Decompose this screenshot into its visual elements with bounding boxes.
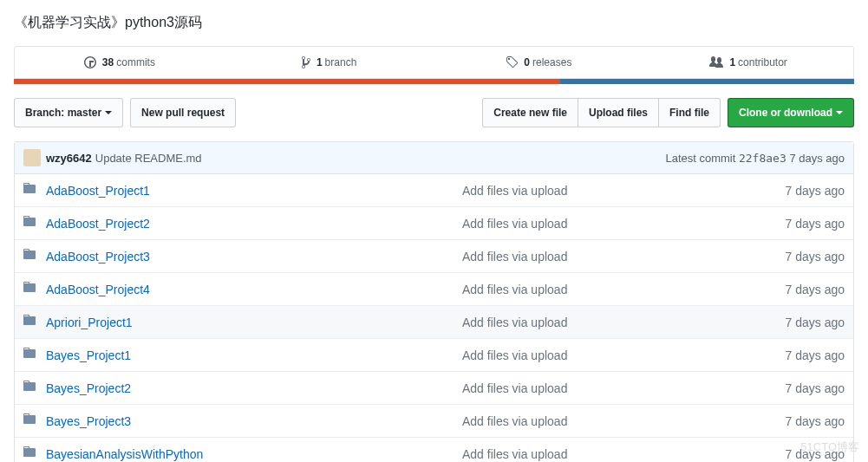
file-actions-group: Create new file Upload files Find file xyxy=(482,98,721,127)
row-message-cell[interactable]: Add files via upload xyxy=(454,405,700,438)
commit-author[interactable]: wzy6642 xyxy=(46,152,92,165)
people-icon xyxy=(709,55,723,69)
folder-link[interactable]: Bayes_Project2 xyxy=(46,381,131,395)
folder-icon xyxy=(23,247,36,261)
row-name-cell: BayesianAnalysisWithPython xyxy=(37,438,454,463)
row-age-cell: 7 days ago xyxy=(700,405,853,438)
folder-link[interactable]: AdaBoost_Project4 xyxy=(46,283,150,296)
folder-link[interactable]: Bayes_Project1 xyxy=(46,348,131,362)
clone-label: Clone or download xyxy=(739,104,832,121)
folder-link[interactable]: Bayes_Project3 xyxy=(46,414,131,428)
row-message-cell[interactable]: Add files via upload xyxy=(454,438,700,463)
commit-sha[interactable]: 22f8ae3 xyxy=(739,152,786,165)
folder-icon xyxy=(23,346,36,360)
commit-meta: Latest commit 22f8ae3 7 days ago xyxy=(665,152,845,165)
row-icon-cell xyxy=(15,306,37,339)
caret-down-icon xyxy=(836,111,843,118)
row-icon-cell xyxy=(15,339,37,372)
row-name-cell: Apriori_Project1 xyxy=(37,306,454,339)
upload-files-button[interactable]: Upload files xyxy=(578,98,659,127)
clone-download-button[interactable]: Clone or download xyxy=(728,98,854,127)
commits-label: commits xyxy=(116,56,155,68)
releases-label: releases xyxy=(532,56,571,68)
branches-label: branch xyxy=(325,56,357,68)
folder-icon xyxy=(23,313,36,327)
row-message-cell[interactable]: Add files via upload xyxy=(454,273,700,306)
row-message-cell[interactable]: Add files via upload xyxy=(454,207,700,240)
branch-name: master xyxy=(68,104,101,121)
branches-count: 1 xyxy=(317,56,323,68)
row-name-cell: AdaBoost_Project2 xyxy=(37,207,454,240)
folder-icon xyxy=(23,445,36,459)
table-row: Apriori_Project1Add files via upload7 da… xyxy=(15,306,853,339)
find-file-button[interactable]: Find file xyxy=(658,98,721,127)
folder-link[interactable]: AdaBoost_Project1 xyxy=(46,184,150,198)
stats-releases[interactable]: 0 releases xyxy=(434,47,644,78)
stats-contributors[interactable]: 1 contributor xyxy=(643,47,853,78)
row-name-cell: Bayes_Project1 xyxy=(37,339,454,372)
table-row: Bayes_Project2Add files via upload7 days… xyxy=(15,372,853,405)
commits-count: 38 xyxy=(102,56,114,68)
caret-down-icon xyxy=(105,111,112,118)
row-message-cell[interactable]: Add files via upload xyxy=(454,306,700,339)
language-segment-2 xyxy=(560,79,854,84)
folder-link[interactable]: BayesianAnalysisWithPython xyxy=(46,447,203,461)
files-table: AdaBoost_Project1Add files via upload7 d… xyxy=(15,174,853,462)
table-row: AdaBoost_Project4Add files via upload7 d… xyxy=(15,273,853,306)
create-new-file-button[interactable]: Create new file xyxy=(482,98,578,127)
row-message-cell[interactable]: Add files via upload xyxy=(454,174,700,207)
latest-commit-label: Latest commit xyxy=(665,152,735,165)
row-icon-cell xyxy=(15,240,37,273)
commit-age: 7 days ago xyxy=(789,152,845,165)
table-row: BayesianAnalysisWithPythonAdd files via … xyxy=(15,438,853,463)
history-icon xyxy=(84,55,96,69)
folder-icon xyxy=(23,412,36,426)
table-row: AdaBoost_Project1Add files via upload7 d… xyxy=(15,174,853,207)
row-age-cell: 7 days ago xyxy=(700,372,853,405)
row-message-cell[interactable]: Add files via upload xyxy=(454,339,700,372)
row-age-cell: 7 days ago xyxy=(700,174,853,207)
stats-branches[interactable]: 1 branch xyxy=(225,47,434,78)
row-icon-cell xyxy=(15,372,37,405)
folder-link[interactable]: AdaBoost_Project2 xyxy=(46,217,150,231)
row-message-cell[interactable]: Add files via upload xyxy=(454,240,700,273)
folder-icon xyxy=(23,379,36,393)
file-listing: wzy6642 Update README.md Latest commit 2… xyxy=(14,141,854,462)
row-name-cell: Bayes_Project2 xyxy=(37,372,454,405)
stats-commits[interactable]: 38 commits xyxy=(15,47,225,78)
repo-title: 《机器学习实战》python3源码 xyxy=(14,14,854,32)
commit-message[interactable]: Update README.md xyxy=(95,152,202,165)
row-age-cell: 7 days ago xyxy=(700,207,853,240)
row-icon-cell xyxy=(15,174,37,207)
row-icon-cell xyxy=(15,438,37,463)
row-name-cell: Bayes_Project3 xyxy=(37,405,454,438)
language-bar[interactable] xyxy=(14,79,854,84)
row-icon-cell xyxy=(15,207,37,240)
branch-icon xyxy=(302,55,310,69)
branch-select-button[interactable]: Branch: master xyxy=(14,98,123,127)
row-name-cell: AdaBoost_Project3 xyxy=(37,240,454,273)
table-row: Bayes_Project3Add files via upload7 days… xyxy=(15,405,853,438)
table-row: AdaBoost_Project2Add files via upload7 d… xyxy=(15,207,853,240)
row-age-cell: 7 days ago xyxy=(700,273,853,306)
table-row: AdaBoost_Project3Add files via upload7 d… xyxy=(15,240,853,273)
row-age-cell: 7 days ago xyxy=(700,438,853,463)
stats-bar: 38 commits 1 branch 0 releases 1 contrib… xyxy=(14,46,854,79)
tag-icon xyxy=(506,55,518,69)
releases-count: 0 xyxy=(524,56,530,68)
row-age-cell: 7 days ago xyxy=(700,339,853,372)
folder-icon xyxy=(23,214,36,228)
row-name-cell: AdaBoost_Project1 xyxy=(37,174,454,207)
row-message-cell[interactable]: Add files via upload xyxy=(454,372,700,405)
row-name-cell: AdaBoost_Project4 xyxy=(37,273,454,306)
folder-link[interactable]: AdaBoost_Project3 xyxy=(46,250,150,264)
folder-link[interactable]: Apriori_Project1 xyxy=(46,316,133,329)
row-age-cell: 7 days ago xyxy=(700,306,853,339)
avatar[interactable] xyxy=(23,149,41,166)
commit-tease: wzy6642 Update README.md Latest commit 2… xyxy=(15,142,853,174)
file-toolbar: Branch: master New pull request Create n… xyxy=(14,98,854,127)
new-pull-request-button[interactable]: New pull request xyxy=(130,98,236,127)
contributors-label: contributor xyxy=(738,56,787,68)
contributors-count: 1 xyxy=(729,56,735,68)
branch-label: Branch: xyxy=(25,104,64,121)
